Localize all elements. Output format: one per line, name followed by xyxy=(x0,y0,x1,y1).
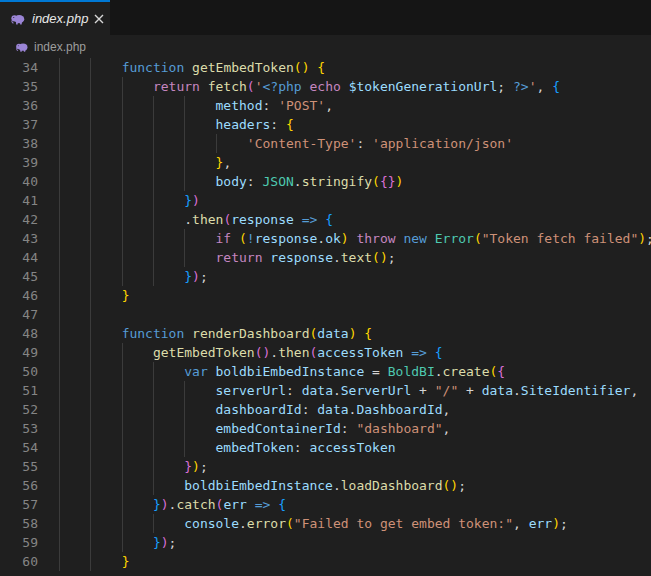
line-number: 38 xyxy=(0,134,38,153)
line-content: function renderDashboard(data) { xyxy=(59,324,651,343)
indent-guide xyxy=(59,305,60,324)
line-number: 37 xyxy=(0,115,38,134)
line-content: }); xyxy=(59,457,651,476)
line-number: 45 xyxy=(0,267,38,286)
code-area[interactable]: 34 function getEmbedToken() {35 return f… xyxy=(0,58,651,571)
php-icon xyxy=(15,40,29,54)
line-content xyxy=(59,305,651,324)
line-number: 39 xyxy=(0,153,38,172)
code-line[interactable]: 58 console.error("Failed to get embed to… xyxy=(0,514,651,533)
line-number: 60 xyxy=(0,552,38,571)
code-line[interactable]: 37 headers: { xyxy=(0,115,651,134)
line-content: }).catch(err => { xyxy=(59,495,651,514)
code-line[interactable]: 35 return fetch('<?php echo $tokenGenera… xyxy=(0,77,651,96)
line-content: method: 'POST', xyxy=(59,96,651,115)
line-number: 53 xyxy=(0,419,38,438)
code-line[interactable]: 50 var boldbiEmbedInstance = BoldBI.crea… xyxy=(0,362,651,381)
code-line[interactable]: 42 .then(response => { xyxy=(0,210,651,229)
code-line[interactable]: 40 body: JSON.stringify({}) xyxy=(0,172,651,191)
line-number: 50 xyxy=(0,362,38,381)
line-number: 41 xyxy=(0,191,38,210)
line-content: .then(response => { xyxy=(59,210,651,229)
line-number: 58 xyxy=(0,514,38,533)
code-line[interactable]: 47 xyxy=(0,305,651,324)
line-number: 47 xyxy=(0,305,38,324)
line-content: return response.text(); xyxy=(59,248,651,267)
code-line[interactable]: 43 if (!response.ok) throw new Error("To… xyxy=(0,229,651,248)
line-number: 51 xyxy=(0,381,38,400)
line-content: } xyxy=(59,286,651,305)
line-number: 44 xyxy=(0,248,38,267)
line-number: 55 xyxy=(0,457,38,476)
line-content: if (!response.ok) throw new Error("Token… xyxy=(59,229,651,248)
line-number: 36 xyxy=(0,96,38,115)
tab-title: index.php xyxy=(32,11,88,26)
line-number: 54 xyxy=(0,438,38,457)
code-line[interactable]: 51 serverUrl: data.ServerUrl + "/" + dat… xyxy=(0,381,651,400)
code-line[interactable]: 39 }, xyxy=(0,153,651,172)
code-line[interactable]: 36 method: 'POST', xyxy=(0,96,651,115)
line-content: }); xyxy=(59,533,651,552)
line-content: }); xyxy=(59,267,651,286)
line-content: function getEmbedToken() { xyxy=(59,58,651,77)
code-line[interactable]: 59 }); xyxy=(0,533,651,552)
line-number: 48 xyxy=(0,324,38,343)
line-content: console.error("Failed to get embed token… xyxy=(59,514,651,533)
line-content: embedToken: accessToken xyxy=(59,438,651,457)
code-line[interactable]: 55 }); xyxy=(0,457,651,476)
line-content: body: JSON.stringify({}) xyxy=(59,172,651,191)
line-content: }, xyxy=(59,153,651,172)
line-content: boldbiEmbedInstance.loadDashboard(); xyxy=(59,476,651,495)
line-number: 59 xyxy=(0,533,38,552)
code-line[interactable]: 56 boldbiEmbedInstance.loadDashboard(); xyxy=(0,476,651,495)
code-line[interactable]: 45 }); xyxy=(0,267,651,286)
close-icon[interactable] xyxy=(94,11,104,27)
php-icon xyxy=(10,11,26,27)
line-content: }) xyxy=(59,191,651,210)
code-line[interactable]: 49 getEmbedToken().then(accessToken => { xyxy=(0,343,651,362)
line-number: 42 xyxy=(0,210,38,229)
line-number: 34 xyxy=(0,58,38,77)
line-content: serverUrl: data.ServerUrl + "/" + data.S… xyxy=(59,381,651,400)
breadcrumb-file[interactable]: index.php xyxy=(34,40,86,54)
line-content: embedContainerId: "dashboard", xyxy=(59,419,651,438)
indent-guide xyxy=(90,305,91,324)
line-number: 56 xyxy=(0,476,38,495)
code-line[interactable]: 52 dashboardId: data.DashboardId, xyxy=(0,400,651,419)
code-line[interactable]: 48 function renderDashboard(data) { xyxy=(0,324,651,343)
line-content: var boldbiEmbedInstance = BoldBI.create(… xyxy=(59,362,651,381)
line-content: getEmbedToken().then(accessToken => { xyxy=(59,343,651,362)
line-content: return fetch('<?php echo $tokenGeneratio… xyxy=(59,77,651,96)
tab-index-php[interactable]: index.php xyxy=(0,0,110,35)
line-number: 46 xyxy=(0,286,38,305)
code-line[interactable]: 38 'Content-Type': 'application/json' xyxy=(0,134,651,153)
code-line[interactable]: 54 embedToken: accessToken xyxy=(0,438,651,457)
line-number: 35 xyxy=(0,77,38,96)
breadcrumb: index.php xyxy=(0,35,651,58)
line-number: 49 xyxy=(0,343,38,362)
line-number: 43 xyxy=(0,229,38,248)
line-number: 57 xyxy=(0,495,38,514)
line-content: dashboardId: data.DashboardId, xyxy=(59,400,651,419)
code-line[interactable]: 57 }).catch(err => { xyxy=(0,495,651,514)
code-line[interactable]: 34 function getEmbedToken() { xyxy=(0,58,651,77)
code-line[interactable]: 53 embedContainerId: "dashboard", xyxy=(0,419,651,438)
code-line[interactable]: 60 } xyxy=(0,552,651,571)
code-line[interactable]: 44 return response.text(); xyxy=(0,248,651,267)
code-line[interactable]: 41 }) xyxy=(0,191,651,210)
tab-bar: index.php xyxy=(0,0,651,35)
line-content: 'Content-Type': 'application/json' xyxy=(59,134,651,153)
code-line[interactable]: 46 } xyxy=(0,286,651,305)
line-content: headers: { xyxy=(59,115,651,134)
line-content: } xyxy=(59,552,651,571)
line-number: 52 xyxy=(0,400,38,419)
line-number: 40 xyxy=(0,172,38,191)
